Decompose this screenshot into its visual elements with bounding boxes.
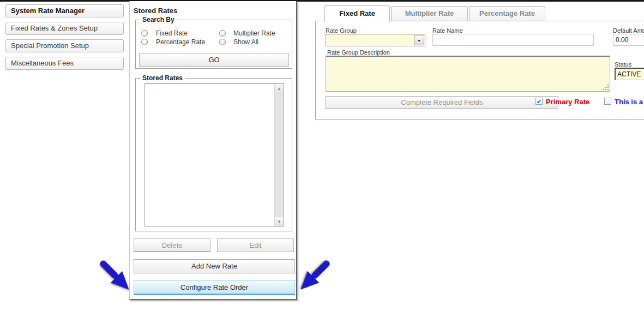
- rate-name-label: Rate Name: [432, 27, 463, 34]
- stored-rates-listbox[interactable]: ▲ ▼: [145, 84, 284, 226]
- stored-rates-title: Stored Rates: [134, 7, 177, 15]
- stored-rates-panel: Stored Rates Search By Fixed Rate Multip…: [129, 1, 297, 300]
- search-by-legend: Search By: [140, 16, 177, 23]
- checkmark-icon: ✔: [537, 98, 542, 105]
- rate-name-input[interactable]: [432, 34, 594, 46]
- primary-rate-checkbox[interactable]: ✔: [535, 98, 543, 105]
- add-new-rate-button[interactable]: Add New Rate: [134, 259, 295, 273]
- default-amt-input[interactable]: [613, 34, 644, 46]
- default-amt-label: Default Amt: [613, 27, 644, 34]
- tab-multiplier-rate[interactable]: Multiplier Rate: [391, 6, 468, 21]
- dropdown-arrow-icon[interactable]: ▼: [414, 35, 424, 45]
- configure-rate-order-button[interactable]: Configure Rate Order: [134, 280, 295, 295]
- vat-rate-checkbox[interactable]: ✔: [604, 98, 611, 105]
- percentage-rate-radio[interactable]: [141, 39, 148, 45]
- tab-percentage-rate[interactable]: Percentage Rate: [469, 6, 545, 21]
- percentage-rate-radio-label: Percentage Rate: [156, 38, 205, 46]
- listbox-scrollbar[interactable]: ▲ ▼: [274, 84, 284, 226]
- edit-button[interactable]: Edit: [217, 238, 294, 252]
- status-label: Status: [615, 61, 631, 68]
- stored-rates-legend: Stored Rates: [140, 74, 185, 82]
- vat-rate-label: This is a VA: [615, 98, 644, 106]
- multiplier-rate-radio-label: Multiplier Rate: [233, 29, 275, 37]
- rate-group-label: Rate Group: [326, 27, 357, 34]
- sidebar-item-fixed-rates-zones-setup[interactable]: Fixed Rates & Zones Setup: [5, 22, 124, 35]
- status-input[interactable]: [615, 68, 644, 80]
- page-top-border: [0, 0, 644, 2]
- tab-fixed-rate[interactable]: Fixed Rate: [324, 5, 390, 22]
- fixed-rate-form-panel: Rate Group ▼ Rate Name Default Amt Rate …: [315, 21, 644, 120]
- rate-group-combobox[interactable]: ▼: [326, 34, 425, 46]
- complete-required-fields-button[interactable]: Complete Required Fields: [326, 96, 558, 109]
- primary-rate-label: Primary Rate: [546, 98, 589, 106]
- rate-group-description-label: Rate Group Description: [327, 49, 390, 56]
- annotation-arrow-right-icon: [292, 254, 336, 298]
- sidebar-item-miscellaneous-fees[interactable]: Miscellaneous Fees: [5, 57, 124, 70]
- scrollbar-thumb[interactable]: [275, 93, 284, 217]
- scrollbar-down-icon[interactable]: ▼: [275, 217, 284, 226]
- sidebar-item-system-rate-manager[interactable]: System Rate Manager: [5, 4, 124, 17]
- show-all-radio-label: Show All: [233, 38, 258, 46]
- resize-grip-icon[interactable]: [603, 84, 609, 91]
- sidebar-item-special-promotion-setup[interactable]: Special Promotion Setup: [5, 39, 124, 52]
- fixed-rate-radio[interactable]: [141, 30, 148, 37]
- rate-group-description-textarea[interactable]: [326, 56, 610, 92]
- show-all-radio[interactable]: [219, 39, 226, 45]
- delete-button[interactable]: Delete: [134, 238, 210, 252]
- stored-rates-group: Stored Rates ▲ ▼: [135, 78, 292, 231]
- system-rate-manager-screen: System Rate Manager Fixed Rates & Zones …: [0, 0, 644, 328]
- scrollbar-up-icon[interactable]: ▲: [275, 84, 284, 93]
- multiplier-rate-radio[interactable]: [219, 30, 226, 37]
- go-button[interactable]: GO: [139, 53, 289, 67]
- fixed-rate-radio-label: Fixed Rate: [156, 29, 188, 37]
